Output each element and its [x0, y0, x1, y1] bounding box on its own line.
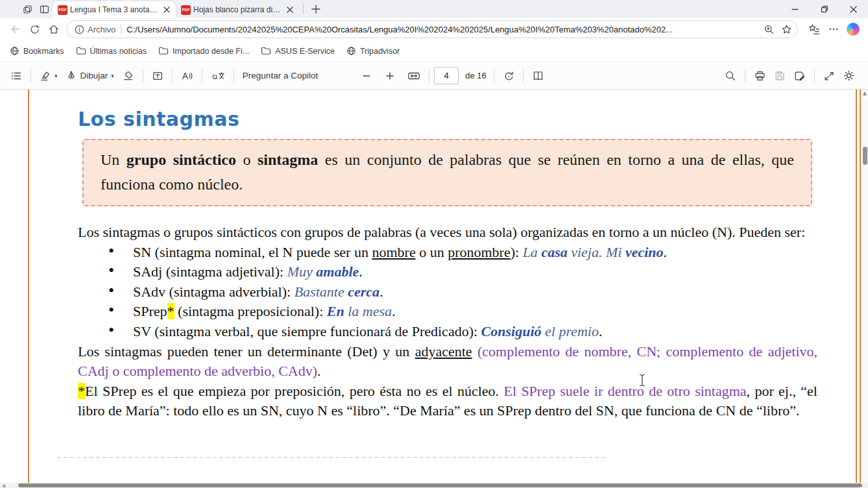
home-button[interactable] [44, 20, 64, 38]
table-of-contents-icon [10, 70, 22, 82]
new-tab-button[interactable] [307, 1, 324, 17]
save-as-button[interactable] [790, 67, 810, 85]
bookmark-item-tripadvisor[interactable]: Tripadvisor [341, 43, 405, 59]
pdf-toolbar-left: ▾ Dibujar ▾ [6, 66, 322, 85]
save-icon [774, 70, 786, 82]
text-segment: Consiguió [481, 323, 542, 339]
chevron-down-icon: ▾ [111, 73, 114, 79]
close-window-button[interactable] [839, 0, 868, 18]
zoom-out-button[interactable] [358, 68, 375, 84]
scroll-up-arrow[interactable] [863, 92, 867, 95]
tab-lengua-tema-3[interactable]: PDF Lengua I Tema 3 anotado 2025.p [53, 1, 176, 18]
rotate-button[interactable] [499, 67, 518, 85]
text-segment: . [392, 303, 396, 319]
read-aloud-icon [181, 70, 193, 82]
determinante-paragraph: Los sintagmas pueden tener un determinan… [78, 342, 817, 382]
favorites-bar-button[interactable] [804, 20, 824, 38]
toolbar-divider [745, 69, 745, 82]
print-button[interactable] [750, 67, 770, 85]
refresh-button[interactable] [25, 20, 44, 38]
settings-more-button[interactable] [824, 20, 843, 38]
minimize-icon [791, 6, 799, 13]
pdf-settings-button[interactable] [839, 66, 859, 85]
zoom-page-icon[interactable] [764, 24, 775, 35]
text-box-icon [152, 70, 163, 82]
scroll-left-arrow[interactable] [2, 484, 5, 488]
printer-icon [754, 70, 766, 82]
text-segment: SN (sintagma nominal, el N puede ser un [133, 244, 372, 260]
next-section-dashed-border [57, 457, 605, 458]
zoom-in-button[interactable] [381, 68, 398, 84]
vertical-scrollbar-thumb[interactable] [863, 147, 867, 165]
address-bar[interactable]: Archivo C:/Users/Alumno/Documents/202420… [66, 20, 798, 38]
copilot-button[interactable] [843, 20, 863, 38]
restore-icon [821, 5, 828, 13]
text-segment: grupo sintáctico [127, 151, 236, 168]
ask-copilot-button[interactable]: Preguntar a Copilot [239, 67, 322, 84]
translate-button[interactable] [207, 67, 229, 85]
add-text-button[interactable] [148, 67, 167, 85]
fullscreen-button[interactable] [819, 67, 839, 85]
bullet-item-sprep: SPrep* (sintagma preposicional): En la m… [133, 302, 817, 322]
bookmark-folder-ultimas-noticias[interactable]: Últimas noticias [70, 43, 153, 59]
read-aloud-button[interactable] [177, 67, 197, 85]
tab-close-button[interactable] [285, 5, 295, 15]
highlighter-icon [40, 70, 51, 82]
search-icon [725, 70, 736, 82]
highlighter-button[interactable]: ▾ [36, 67, 62, 85]
definition-box: Un grupo sintáctico o sintagma es un con… [82, 139, 812, 206]
bookmark-folder-asus-eservice[interactable]: ASUS E-Service [255, 43, 341, 59]
text-segment: ): [511, 244, 523, 260]
chevron-down-icon: ▾ [54, 73, 58, 79]
bookmark-item-bookmarks[interactable]: Bookmarks [4, 43, 70, 59]
minimize-button[interactable] [780, 0, 810, 18]
tab-close-button[interactable] [162, 5, 172, 15]
bullet-item-sadv: SAdv (sintagma adverbial): Bastante cerc… [133, 282, 817, 302]
vertical-scrollbar[interactable] [862, 90, 868, 483]
address-actions [764, 24, 792, 35]
globe-icon [346, 46, 356, 56]
horizontal-scrollbar[interactable] [0, 483, 868, 488]
draw-button[interactable]: Dibujar ▾ [62, 67, 118, 85]
split-screen-button[interactable] [36, 1, 53, 17]
horizontal-scrollbar-thumb[interactable] [18, 483, 862, 487]
back-button[interactable] [5, 20, 25, 38]
page-number-input[interactable] [434, 67, 459, 84]
profile-avatar[interactable] [4, 4, 15, 15]
favorite-star-icon[interactable] [781, 24, 792, 35]
table-of-contents-button[interactable] [6, 67, 26, 85]
bookmark-label: Importado desde Fi... [173, 47, 249, 56]
save-button[interactable] [770, 67, 790, 85]
text-segment: SV (sintagma verbal, que siempre funcion… [133, 323, 481, 339]
workspaces-button[interactable] [19, 1, 36, 17]
globe-icon [10, 46, 19, 56]
text-segment: pronombre [448, 244, 511, 260]
bookmark-folder-importado[interactable]: Importado desde Fi... [152, 43, 255, 59]
tab-hojas-pizarra[interactable]: PDF Hojas blanco pizarra distancia.pdf [176, 1, 299, 18]
folder-icon [76, 46, 86, 56]
text-cursor [638, 374, 646, 387]
eraser-button[interactable] [118, 66, 138, 85]
pen-icon [66, 70, 77, 82]
sidebar-window-icon [39, 4, 50, 15]
bullet-item-sn: SN (sintagma nominal, el N puede ser un … [133, 243, 817, 263]
page-total-label: de 16 [465, 71, 487, 80]
text-segment [472, 343, 477, 360]
text-segment: * [167, 303, 175, 319]
page-view-button[interactable] [528, 67, 548, 85]
search-document-button[interactable] [721, 67, 740, 85]
bookmark-label: Tripadvisor [360, 47, 400, 56]
bookmarks-bar: Bookmarks Últimas noticias Importado des… [0, 40, 868, 62]
tab-divider [303, 4, 304, 14]
restore-button[interactable] [810, 0, 839, 18]
rotate-icon [503, 70, 514, 82]
text-segment: amable [316, 263, 359, 280]
text-segment: Los sintagmas pueden tener un determinan… [78, 343, 415, 360]
fit-to-width-button[interactable] [404, 67, 424, 85]
toolbar-divider [814, 69, 815, 82]
url-text: C:/Users/Alumno/Documents/20242025%20CEP… [127, 25, 758, 34]
text-segment: SAdv (sintagma adverbial): [133, 284, 295, 300]
bookmark-label: Últimas noticias [90, 47, 147, 56]
tab-title: Lengua I Tema 3 anotado 2025.p [70, 5, 159, 14]
folder-icon [158, 46, 169, 56]
